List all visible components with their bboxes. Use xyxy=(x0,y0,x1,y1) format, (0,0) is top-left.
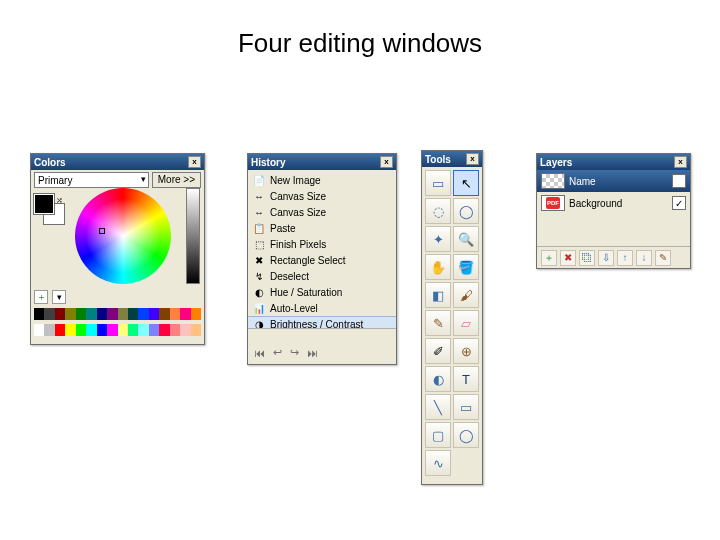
color-wheel[interactable] xyxy=(75,188,171,284)
history-item[interactable]: ↔Canvas Size xyxy=(248,188,396,204)
palette-swatch[interactable] xyxy=(128,324,138,336)
gradient-tool[interactable]: ◧ xyxy=(425,282,451,308)
palette-swatch[interactable] xyxy=(86,308,96,320)
value-slider[interactable] xyxy=(186,188,200,284)
palette-swatch[interactable] xyxy=(76,308,86,320)
lasso-tool[interactable]: ◌ xyxy=(425,198,451,224)
history-back-icon[interactable]: ↩ xyxy=(273,346,282,359)
brush-tool[interactable]: 🖌 xyxy=(453,282,479,308)
palette-swatch[interactable] xyxy=(76,324,86,336)
history-item[interactable]: 📄New Image xyxy=(248,172,396,188)
line-tool[interactable]: ╲ xyxy=(425,394,451,420)
palette-swatch[interactable] xyxy=(97,324,107,336)
eraser-tool[interactable]: ▱ xyxy=(453,310,479,336)
history-item[interactable]: ⬚Finish Pixels xyxy=(248,236,396,252)
recolor-tool[interactable]: ◐ xyxy=(425,366,451,392)
palette-swatch[interactable] xyxy=(44,308,54,320)
palette-swatch[interactable] xyxy=(138,324,148,336)
palette-swatch[interactable] xyxy=(170,308,180,320)
rectangle-tool[interactable]: ▭ xyxy=(453,394,479,420)
color-mode-dropdown[interactable]: Primary xyxy=(34,172,149,188)
freeform-tool[interactable]: ∿ xyxy=(425,450,451,476)
layer-visibility-checkbox[interactable]: ✓ xyxy=(672,196,686,210)
add-palette-color-icon[interactable]: ＋ xyxy=(34,290,48,304)
palette-swatch[interactable] xyxy=(149,324,159,336)
palette-swatch[interactable] xyxy=(170,324,180,336)
magic-wand-tool[interactable]: ✦ xyxy=(425,226,451,252)
history-item-icon: 📋 xyxy=(252,222,266,234)
palette-swatch[interactable] xyxy=(118,308,128,320)
layer-visibility-checkbox[interactable]: ✓ xyxy=(672,174,686,188)
palette-swatch[interactable] xyxy=(107,324,117,336)
palette-swatch[interactable] xyxy=(128,308,138,320)
palette-swatch[interactable] xyxy=(97,308,107,320)
palette-swatch[interactable] xyxy=(191,324,201,336)
add-layer-button[interactable]: ＋ xyxy=(541,250,557,266)
text-tool[interactable]: T xyxy=(453,366,479,392)
layers-toolbar: ＋✖⿻⇩↑↓✎ xyxy=(537,246,690,268)
merge-down-button[interactable]: ⇩ xyxy=(598,250,614,266)
layers-titlebar[interactable]: Layers x xyxy=(537,154,690,170)
layer-row[interactable]: Name✓ xyxy=(537,170,690,192)
palette-swatch[interactable] xyxy=(149,308,159,320)
palette-swatch[interactable] xyxy=(107,308,117,320)
palette-swatch[interactable] xyxy=(138,308,148,320)
palette-swatch[interactable] xyxy=(65,308,75,320)
palette-swatch[interactable] xyxy=(55,324,65,336)
palette-swatch[interactable] xyxy=(34,324,44,336)
history-item[interactable]: ↔Canvas Size xyxy=(248,204,396,220)
layer-row[interactable]: PDFBackground✓ xyxy=(537,192,690,214)
palette-swatch[interactable] xyxy=(55,308,65,320)
duplicate-layer-button[interactable]: ⿻ xyxy=(579,250,595,266)
clone-stamp-tool[interactable]: ⊕ xyxy=(453,338,479,364)
rect-select-tool[interactable]: ▭ xyxy=(425,170,451,196)
close-icon[interactable]: x xyxy=(188,156,201,168)
swap-colors-icon[interactable]: ⤭ xyxy=(56,196,63,205)
layer-properties-button[interactable]: ✎ xyxy=(655,250,671,266)
close-icon[interactable]: x xyxy=(380,156,393,168)
rounded-rect-tool[interactable]: ▢ xyxy=(425,422,451,448)
eyedropper-tool[interactable]: ✐ xyxy=(425,338,451,364)
history-titlebar[interactable]: History x xyxy=(248,154,396,170)
history-forward-icon[interactable]: ↪ xyxy=(290,346,299,359)
tools-titlebar[interactable]: Tools x xyxy=(422,151,482,167)
move-up-button[interactable]: ↑ xyxy=(617,250,633,266)
close-icon[interactable]: x xyxy=(466,153,479,165)
history-item[interactable]: 📋Paste xyxy=(248,220,396,236)
move-down-button[interactable]: ↓ xyxy=(636,250,652,266)
palette-swatch[interactable] xyxy=(191,308,201,320)
history-item[interactable]: ↯Deselect xyxy=(248,268,396,284)
palette-row-bottom[interactable] xyxy=(34,324,201,336)
palette-swatch[interactable] xyxy=(159,308,169,320)
more-button[interactable]: More >> xyxy=(152,172,201,188)
palette-swatch[interactable] xyxy=(44,324,54,336)
history-item[interactable]: 📊Auto-Level xyxy=(248,300,396,316)
palette-swatch[interactable] xyxy=(65,324,75,336)
history-item-label: Deselect xyxy=(270,271,309,282)
palette-swatch[interactable] xyxy=(180,324,190,336)
history-item[interactable]: ◐Hue / Saturation xyxy=(248,284,396,300)
palette-menu-icon[interactable]: ▾ xyxy=(52,290,66,304)
palette-swatch[interactable] xyxy=(159,324,169,336)
colors-titlebar[interactable]: Colors x xyxy=(31,154,204,170)
palette-swatch[interactable] xyxy=(118,324,128,336)
color-wheel-picker[interactable] xyxy=(99,228,105,234)
history-item[interactable]: ✖Rectangle Select xyxy=(248,252,396,268)
palette-swatch[interactable] xyxy=(34,308,44,320)
zoom-tool[interactable]: 🔍 xyxy=(453,226,479,252)
ellipse-tool[interactable]: ◯ xyxy=(453,422,479,448)
pan-tool[interactable]: ✋ xyxy=(425,254,451,280)
palette-swatch[interactable] xyxy=(86,324,96,336)
palette-row-top[interactable] xyxy=(34,308,201,320)
primary-secondary-swatches[interactable]: ⤭ xyxy=(34,194,64,224)
move-tool[interactable]: ↖ xyxy=(453,170,479,196)
close-icon[interactable]: x xyxy=(674,156,687,168)
ellipse-select-tool[interactable]: ◯ xyxy=(453,198,479,224)
history-last-icon[interactable]: ⏭ xyxy=(307,347,318,359)
palette-swatch[interactable] xyxy=(180,308,190,320)
pencil-tool[interactable]: ✎ xyxy=(425,310,451,336)
bucket-tool[interactable]: 🪣 xyxy=(453,254,479,280)
primary-color-swatch[interactable] xyxy=(34,194,54,214)
delete-layer-button[interactable]: ✖ xyxy=(560,250,576,266)
history-first-icon[interactable]: ⏮ xyxy=(254,347,265,359)
